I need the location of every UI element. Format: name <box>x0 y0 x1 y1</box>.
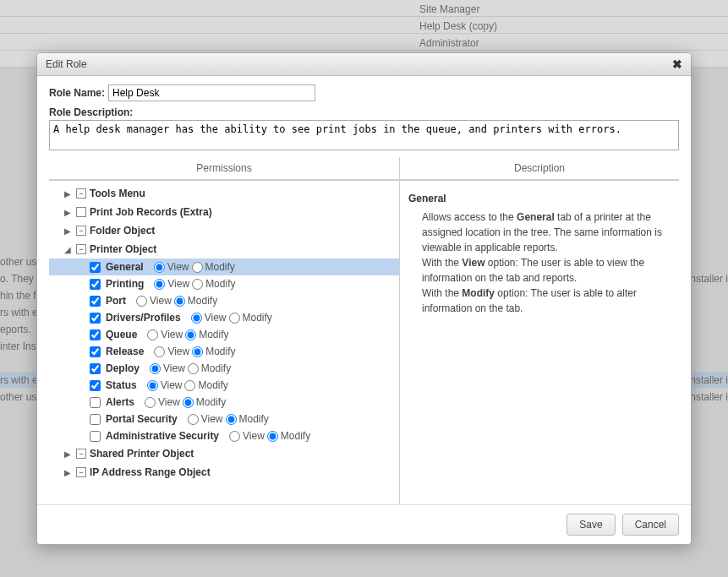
edit-role-dialog: Edit Role ✖ Role Name: Role Description:… <box>36 52 692 545</box>
view-label: View <box>161 379 183 391</box>
save-button[interactable]: Save <box>567 514 615 536</box>
view-radio[interactable] <box>147 329 158 340</box>
modify-radio[interactable] <box>192 346 203 357</box>
perm-row-portal-security[interactable]: Portal SecurityViewModify <box>49 411 399 427</box>
perm-checkbox[interactable] <box>90 313 101 324</box>
view-radio[interactable] <box>154 262 165 273</box>
view-radio[interactable] <box>145 397 156 408</box>
view-label: View <box>158 396 180 408</box>
perm-checkbox[interactable] <box>90 397 101 408</box>
modify-label: Modify <box>239 413 269 425</box>
modify-radio[interactable] <box>229 313 240 324</box>
modify-radio[interactable] <box>192 279 203 290</box>
view-label: View <box>243 430 265 442</box>
tree-node-folder-object[interactable]: ▶ Folder Object <box>49 221 399 240</box>
node-label: IP Address Range Object <box>90 466 211 478</box>
node-label: Shared Printer Object <box>90 448 194 460</box>
perm-checkbox[interactable] <box>90 431 101 442</box>
view-radio[interactable] <box>136 296 147 307</box>
perm-name: Portal Security <box>106 413 178 425</box>
view-radio[interactable] <box>147 380 158 391</box>
perm-row-general[interactable]: GeneralViewModify <box>49 259 399 275</box>
view-label: View <box>167 261 189 273</box>
perm-checkbox[interactable] <box>90 262 101 273</box>
dialog-titlebar[interactable]: Edit Role ✖ <box>37 53 691 76</box>
view-radio[interactable] <box>229 431 240 442</box>
modify-label: Modify <box>205 346 235 357</box>
tristate-checkbox[interactable] <box>76 244 86 254</box>
tree-node-tools-menu[interactable]: ▶ Tools Menu <box>49 184 399 203</box>
perm-name: Drivers/Profiles <box>106 312 181 324</box>
perm-name: Alerts <box>106 396 134 408</box>
perm-checkbox[interactable] <box>90 296 101 307</box>
tristate-checkbox[interactable] <box>76 226 86 236</box>
modify-label: Modify <box>205 261 235 273</box>
view-label: View <box>167 346 189 357</box>
tristate-checkbox[interactable] <box>76 207 86 217</box>
modify-radio[interactable] <box>183 397 194 408</box>
view-radio[interactable] <box>150 363 161 374</box>
perm-name: Port <box>106 295 126 307</box>
perm-row-release[interactable]: ReleaseViewModify <box>49 343 399 360</box>
modify-label: Modify <box>188 295 217 307</box>
tristate-checkbox[interactable] <box>76 449 86 459</box>
perm-checkbox[interactable] <box>90 329 101 340</box>
tree-node-print-job-records[interactable]: ▶ Print Job Records (Extra) <box>49 203 399 221</box>
chevron-right-icon: ▶ <box>64 449 73 459</box>
modify-label: Modify <box>196 396 226 408</box>
modify-radio[interactable] <box>226 414 237 425</box>
perm-name: General <box>106 261 144 273</box>
tree-node-shared-printer-object[interactable]: ▶ Shared Printer Object <box>49 444 399 463</box>
perm-mode-group: ViewModify <box>136 295 217 307</box>
role-desc-label: Role Description: <box>49 106 679 118</box>
cancel-button[interactable]: Cancel <box>622 514 679 536</box>
perm-row-status[interactable]: StatusViewModify <box>49 377 399 394</box>
role-name-input[interactable] <box>108 84 315 101</box>
modify-radio[interactable] <box>174 296 185 307</box>
modify-label: Modify <box>201 362 231 374</box>
perm-checkbox[interactable] <box>90 380 101 391</box>
view-radio[interactable] <box>191 313 202 324</box>
perm-row-queue[interactable]: QueueViewModify <box>49 326 399 343</box>
permissions-container: ▶ Tools Menu ▶ Print Job Records (Extra)… <box>49 180 679 504</box>
perm-name: Status <box>106 379 137 391</box>
perm-row-deploy[interactable]: DeployViewModify <box>49 360 399 377</box>
dialog-footer: Save Cancel <box>37 504 691 544</box>
perm-checkbox[interactable] <box>90 414 101 425</box>
modify-radio[interactable] <box>192 262 203 273</box>
modify-radio[interactable] <box>185 329 196 340</box>
view-radio[interactable] <box>154 279 165 290</box>
perm-checkbox[interactable] <box>90 363 101 374</box>
perm-row-port[interactable]: PortViewModify <box>49 292 399 309</box>
permission-description-panel: General Allows access to the General tab… <box>400 181 679 504</box>
modify-radio[interactable] <box>188 363 199 374</box>
perm-checkbox[interactable] <box>90 346 101 357</box>
view-radio[interactable] <box>188 414 199 425</box>
tree-node-printer-object[interactable]: ◢ Printer Object <box>49 240 399 259</box>
perm-name: Administrative Security <box>106 430 219 442</box>
modify-radio[interactable] <box>184 380 195 391</box>
description-title: General <box>408 193 671 204</box>
modify-radio[interactable] <box>267 431 278 442</box>
tristate-checkbox[interactable] <box>76 467 86 477</box>
modify-label: Modify <box>205 278 235 290</box>
perm-row-administrative-security[interactable]: Administrative SecurityViewModify <box>49 427 399 444</box>
perm-row-alerts[interactable]: AlertsViewModify <box>49 394 399 411</box>
description-text: Allows access to the General tab of a pr… <box>408 210 671 316</box>
perm-checkbox[interactable] <box>90 279 101 290</box>
chevron-right-icon: ▶ <box>64 468 73 477</box>
node-label: Print Job Records (Extra) <box>90 206 212 218</box>
role-desc-input[interactable] <box>49 120 679 150</box>
view-radio[interactable] <box>154 346 165 357</box>
perm-mode-group: ViewModify <box>191 312 272 324</box>
permissions-tree: ▶ Tools Menu ▶ Print Job Records (Extra)… <box>49 181 400 504</box>
permission-headers: Permissions Description <box>49 157 679 180</box>
tristate-checkbox[interactable] <box>76 188 86 199</box>
perm-row-printing[interactable]: PrintingViewModify <box>49 275 399 292</box>
view-label: View <box>201 413 223 425</box>
close-icon[interactable]: ✖ <box>672 57 682 71</box>
perm-name: Deploy <box>106 362 140 374</box>
perm-row-drivers-profiles[interactable]: Drivers/ProfilesViewModify <box>49 309 399 326</box>
tree-node-ip-range-object[interactable]: ▶ IP Address Range Object <box>49 463 399 482</box>
perm-mode-group: ViewModify <box>154 278 235 290</box>
